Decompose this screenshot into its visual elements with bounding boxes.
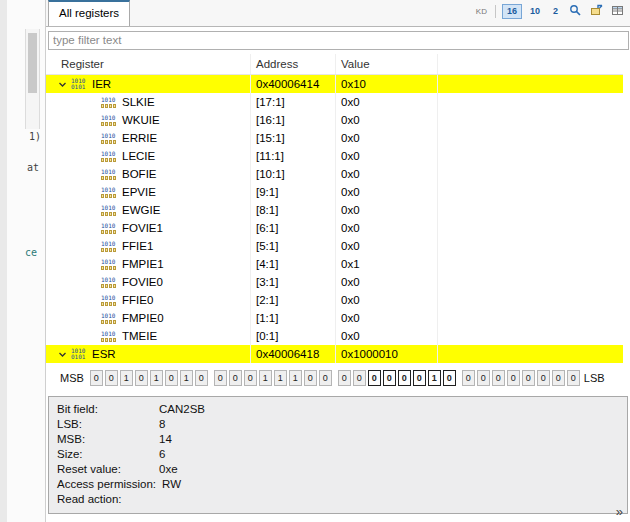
field-row[interactable]: 1010ERRIE[15:1]0x0	[46, 129, 623, 147]
export-button[interactable]	[587, 3, 605, 21]
radix-hex-button[interactable]: 16	[502, 4, 522, 19]
table-icon	[611, 4, 624, 20]
property-row: Read action:	[57, 492, 619, 507]
bit-cell[interactable]: 0	[552, 370, 565, 386]
field-row[interactable]: 1010TMEIE[0:1]0x0	[46, 327, 623, 345]
register-name: BOFIE	[122, 168, 157, 180]
bit-cell[interactable]: 0	[383, 370, 396, 386]
bit-cell[interactable]: 0	[398, 370, 411, 386]
register-name: FOVIE0	[122, 276, 163, 288]
register-value: 0x10	[336, 75, 438, 93]
property-value: 14	[159, 432, 172, 447]
register-value: 0x0	[336, 273, 438, 291]
search-button[interactable]	[566, 3, 584, 21]
register-address: [9:1]	[251, 183, 336, 201]
register-address: [16:1]	[251, 111, 336, 129]
bit-cell[interactable]: 0	[214, 370, 227, 386]
field-row[interactable]: 1010EWGIE[8:1]0x0	[46, 201, 623, 219]
bit-cell[interactable]: 0	[477, 370, 490, 386]
editor-scrollbar[interactable]	[25, 29, 40, 129]
property-value: RW	[162, 477, 181, 492]
bit-cell[interactable]: 0	[195, 370, 208, 386]
bit-cell[interactable]: 1	[428, 370, 441, 386]
register-icon: 10100101	[71, 77, 88, 91]
screen: 1) at ce All registers KD 16 10 2	[0, 0, 630, 522]
toolbar-overflow-chevron[interactable]: »	[616, 504, 623, 519]
field-row[interactable]: 1010FOVIE0[3:1]0x0	[46, 273, 623, 291]
field-row[interactable]: 1010EPVIE[9:1]0x0	[46, 183, 623, 201]
field-row[interactable]: 1010WKUIE[16:1]0x0	[46, 111, 623, 129]
field-row[interactable]: 1010SLKIE[17:1]0x0	[46, 93, 623, 111]
bit-cell[interactable]: 1	[150, 370, 163, 386]
register-address: 0x40006418	[251, 345, 336, 363]
tab-all-registers[interactable]: All registers	[48, 0, 130, 26]
filter-input[interactable]	[48, 31, 629, 50]
property-row: MSB:14	[57, 432, 619, 447]
registers-table: Register Address Value 10100101IER0x4000…	[46, 54, 623, 363]
field-row[interactable]: 1010FOVIE1[6:1]0x0	[46, 219, 623, 237]
bit-cell[interactable]: 0	[338, 370, 351, 386]
field-row[interactable]: 1010BOFIE[10:1]0x0	[46, 165, 623, 183]
bit-cell[interactable]: 0	[507, 370, 520, 386]
field-row[interactable]: 1010FFIE1[5:1]0x0	[46, 237, 623, 255]
field-row[interactable]: 1010LECIE[11:1]0x0	[46, 147, 623, 165]
bit-cell[interactable]: 0	[105, 370, 118, 386]
table-header: Register Address Value	[46, 54, 623, 75]
bit-cell[interactable]: 0	[443, 370, 456, 386]
bit-cell[interactable]: 1	[180, 370, 193, 386]
field-row[interactable]: 1010FMPIE0[1:1]0x0	[46, 309, 623, 327]
editor-gutter	[0, 0, 7, 522]
register-value: 0x0	[336, 291, 438, 309]
property-row: LSB:8	[57, 417, 619, 432]
bit-cell[interactable]: 1	[259, 370, 272, 386]
property-row: Access permission:RW	[57, 477, 619, 492]
chevron-down-icon[interactable]	[57, 349, 67, 359]
bit-cell[interactable]: 0	[90, 370, 103, 386]
bit-cell[interactable]: 0	[229, 370, 242, 386]
property-value: 6	[159, 447, 165, 462]
register-row[interactable]: 10100101IER0x400064140x10	[46, 75, 623, 93]
bitfield-icon: 1010	[101, 185, 118, 199]
bit-cell[interactable]: 0	[462, 370, 475, 386]
chevron-down-icon[interactable]	[57, 79, 67, 89]
radix-dec-button[interactable]: 10	[525, 4, 545, 19]
bit-cell[interactable]: 1	[274, 370, 287, 386]
property-row: Bit field:CAN2SB	[57, 402, 619, 417]
register-address: 0x40006414	[251, 75, 336, 93]
bit-cell[interactable]: 0	[244, 370, 257, 386]
filter-row	[48, 30, 629, 49]
bit-cell[interactable]: 0	[304, 370, 317, 386]
register-name: EWGIE	[122, 204, 160, 216]
register-address: [2:1]	[251, 291, 336, 309]
bit-cell[interactable]: 0	[319, 370, 332, 386]
column-header-value[interactable]: Value	[336, 54, 438, 74]
bit-cell[interactable]: 0	[353, 370, 366, 386]
bit-cell[interactable]: 0	[567, 370, 580, 386]
bit-cell[interactable]: 0	[165, 370, 178, 386]
bit-cell[interactable]: 1	[289, 370, 302, 386]
bitfield-icon: 1010	[101, 95, 118, 109]
register-row[interactable]: 10100101ESR0x400064180x1000010	[46, 345, 623, 363]
editor-text-fragment: 1)	[29, 131, 41, 142]
radix-bin-button[interactable]: 2	[548, 4, 563, 19]
bit-cell[interactable]: 0	[368, 370, 381, 386]
registers-view: All registers KD 16 10 2	[45, 0, 630, 522]
bit-cell[interactable]: 1	[120, 370, 133, 386]
register-value: 0x0	[336, 93, 438, 111]
bit-cell[interactable]: 0	[522, 370, 535, 386]
register-name: FMPIE0	[122, 312, 164, 324]
bit-cell[interactable]: 0	[537, 370, 550, 386]
bit-cell[interactable]: 0	[413, 370, 426, 386]
table-body: 10100101IER0x400064140x101010SLKIE[17:1]…	[46, 75, 623, 363]
editor-scrollbar-thumb[interactable]	[28, 33, 37, 93]
register-name: ESR	[92, 348, 116, 360]
column-header-address[interactable]: Address	[251, 54, 336, 74]
field-row[interactable]: 1010FMPIE1[4:1]0x1	[46, 255, 623, 273]
register-value: 0x0	[336, 111, 438, 129]
bit-cell[interactable]: 0	[492, 370, 505, 386]
column-header-register[interactable]: Register	[46, 54, 251, 74]
table-button[interactable]	[608, 3, 626, 21]
property-label: Access permission:	[57, 477, 162, 492]
bit-cell[interactable]: 0	[135, 370, 148, 386]
field-row[interactable]: 1010FFIE0[2:1]0x0	[46, 291, 623, 309]
